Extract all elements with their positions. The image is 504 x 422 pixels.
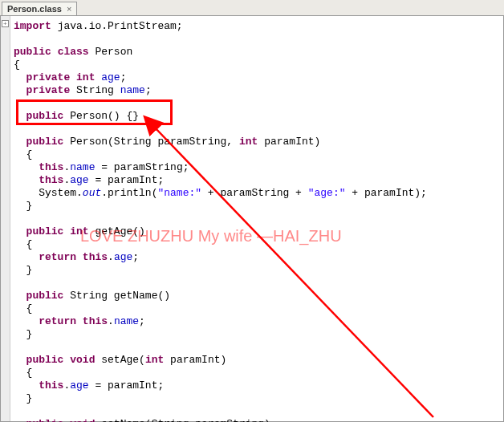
t: this <box>39 379 63 392</box>
t: name <box>114 315 139 327</box>
t: int <box>76 71 95 83</box>
t: } <box>26 200 33 212</box>
t: System. <box>39 187 83 199</box>
t: return <box>39 251 76 263</box>
t: String <box>76 84 114 96</box>
t: out <box>83 187 101 199</box>
t: { <box>26 302 33 314</box>
fold-icon[interactable]: + <box>2 20 9 27</box>
t: age <box>101 71 120 83</box>
t: setName(String paramString) <box>101 418 270 422</box>
t: } <box>26 328 33 340</box>
t: "name:" <box>157 187 201 199</box>
t: public <box>14 46 51 58</box>
t: age <box>114 251 132 263</box>
close-icon[interactable]: × <box>67 4 71 14</box>
t: Person(String <box>70 136 151 148</box>
code-area[interactable]: import java.io.PrintStream; public class… <box>10 16 503 421</box>
t: private <box>26 71 71 83</box>
t: void <box>70 354 95 366</box>
t: public <box>26 110 64 122</box>
t: this <box>83 315 108 327</box>
t: { <box>14 59 20 71</box>
t: = paramInt; <box>89 379 165 392</box>
t: paramInt) <box>164 354 226 366</box>
t: { <box>26 367 33 379</box>
t: Person() {} <box>70 110 139 122</box>
t: + paramInt); <box>346 187 427 199</box>
t: private <box>26 84 71 96</box>
t: Person <box>95 46 132 58</box>
gutter: + <box>1 16 10 421</box>
t: .println( <box>101 187 157 199</box>
t: import <box>14 20 51 32</box>
t: public <box>26 136 64 148</box>
t: return <box>39 315 76 327</box>
t: paramInt) <box>264 136 320 148</box>
t: getAge() <box>95 225 144 237</box>
t: int <box>239 136 258 148</box>
t: age <box>70 379 88 392</box>
t: this <box>39 174 63 186</box>
t: paramString, <box>157 136 233 148</box>
t: name <box>120 84 145 96</box>
t: } <box>26 392 33 404</box>
t: = paramInt; <box>89 174 165 186</box>
t: String getName() <box>70 290 170 302</box>
t: age <box>70 174 88 186</box>
editor-wrapper: + import java.io.PrintStream; public cla… <box>0 16 504 422</box>
t: = paramString; <box>95 161 189 173</box>
t: this <box>39 161 63 173</box>
t: { <box>26 148 33 160</box>
tab-person-class[interactable]: Person.class × <box>2 2 77 15</box>
t: + paramString + <box>201 187 308 199</box>
t: this <box>83 251 108 263</box>
tab-bar: Person.class × <box>0 0 504 16</box>
t: public <box>26 418 64 422</box>
t: setAge( <box>101 354 145 366</box>
t: void <box>70 418 95 422</box>
t: name <box>70 161 95 173</box>
t: public <box>26 354 64 366</box>
t: { <box>26 238 33 250</box>
t: "age:" <box>308 187 346 199</box>
t: } <box>26 264 33 276</box>
t: java.io.PrintStream; <box>58 20 183 32</box>
t: int <box>70 225 88 237</box>
tab-label: Person.class <box>7 4 62 14</box>
t: public <box>26 290 64 302</box>
t: public <box>26 225 64 237</box>
t: int <box>145 354 164 366</box>
t: class <box>58 46 89 58</box>
